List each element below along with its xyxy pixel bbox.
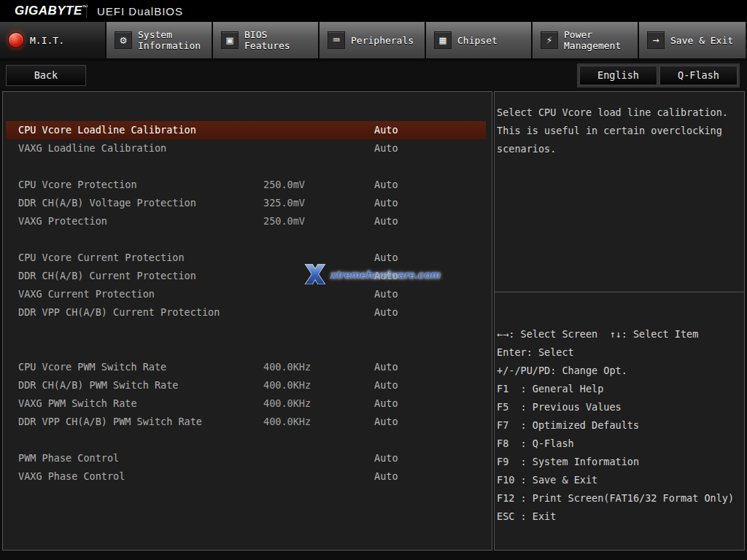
key-legend-line: F9 : System Information xyxy=(497,453,742,471)
setting-mid-value: 250.0mV xyxy=(263,212,305,230)
setting-row[interactable]: CPU Vcore PWM Switch Rate 400.0KHz Auto xyxy=(3,358,492,376)
setting-label: PWM Phase Control xyxy=(18,449,119,467)
power-icon: ⚡ xyxy=(541,31,558,49)
setting-row[interactable]: PWM Phase Control Auto xyxy=(3,449,492,467)
help-panel: Select CPU Vcore load line calibration.T… xyxy=(495,92,744,292)
setting-label: VAXG Current Protection xyxy=(18,285,155,303)
setting-label: CPU Vcore Protection xyxy=(18,176,137,194)
key-legend-line: ←→: Select Screen ↑↓: Select Item xyxy=(497,325,742,343)
gear-icon: ⚙ xyxy=(115,31,132,49)
setting-label: VAXG Protection xyxy=(18,212,107,230)
setting-row[interactable]: CPU Vcore Current Protection Auto xyxy=(3,249,492,267)
chipset-icon: ▦ xyxy=(434,31,452,49)
setting-label: DDR VPP CH(A/B) PWM Switch Rate xyxy=(18,413,202,431)
key-legend-line: F10 : Save & Exit xyxy=(497,471,742,489)
setting-value: Auto xyxy=(374,267,398,285)
setting-value: Auto xyxy=(374,376,398,394)
setting-label: CPU Vcore Current Protection xyxy=(18,249,185,267)
key-legend-line: F12 : Print Screen(FAT16/32 Format Only) xyxy=(497,489,742,508)
tab-system-information[interactable]: ⚙ System Information xyxy=(107,22,213,58)
setting-value: Auto xyxy=(374,212,398,230)
setting-label: CPU Vcore Loadline Calibration xyxy=(18,121,196,139)
key-legend-panel: ←→: Select Screen ↑↓: Select ItemEnter: … xyxy=(495,292,744,550)
save-exit-icon: → xyxy=(647,31,665,49)
setting-value: Auto xyxy=(374,467,398,486)
tab-peripherals[interactable]: ⌨ Peripherals xyxy=(320,22,426,58)
setting-label: DDR CH(A/B) PWM Switch Rate xyxy=(18,376,178,394)
setting-label: CPU Vcore PWM Switch Rate xyxy=(18,358,166,376)
setting-value: Auto xyxy=(374,249,398,267)
toolbar-right-group: English Q-Flash xyxy=(577,63,740,88)
tab-label: Save & Exit xyxy=(670,35,733,46)
back-button[interactable]: Back xyxy=(6,65,86,86)
setting-mid-value: 325.0mV xyxy=(263,194,305,212)
help-text-line: Select CPU Vcore load line calibration. xyxy=(497,104,742,122)
row-spacer xyxy=(3,340,492,358)
setting-label: VAXG Phase Control xyxy=(18,467,125,486)
gigabyte-logo: GIGABYTE™ xyxy=(0,4,86,18)
setting-row[interactable]: DDR VPP CH(A/B) Current Protection Auto xyxy=(3,303,492,322)
setting-label: VAXG PWM Switch Rate xyxy=(18,394,137,413)
setting-row[interactable]: VAXG Current Protection Auto xyxy=(3,285,492,303)
setting-value: Auto xyxy=(374,285,398,303)
setting-value: Auto xyxy=(374,303,398,322)
setting-label: DDR CH(A/B) Voltage Protection xyxy=(18,194,196,212)
firmware-title: UEFI DualBIOS xyxy=(97,5,183,18)
tab-label: BIOS Features xyxy=(244,29,314,51)
tab-mit[interactable]: M.I.T. xyxy=(0,22,107,58)
row-spacer xyxy=(3,230,492,249)
row-spacer xyxy=(3,158,492,176)
row-spacer xyxy=(3,322,492,340)
setting-value: Auto xyxy=(374,139,398,158)
tab-label: Power Management xyxy=(564,29,633,51)
settings-panel: CPU Vcore Loadline Calibration Auto VAXG… xyxy=(2,91,492,551)
setting-row[interactable]: DDR VPP CH(A/B) PWM Switch Rate 400.0KHz… xyxy=(3,413,492,431)
tab-chipset[interactable]: ▦ Chipset xyxy=(426,22,533,58)
key-legend-line: F1 : General Help xyxy=(497,380,742,398)
key-legend-line: Enter: Select xyxy=(497,343,742,362)
divider xyxy=(86,4,87,18)
help-text-line: This is useful in certain overclocking xyxy=(497,122,742,140)
setting-row[interactable]: VAXG PWM Switch Rate 400.0KHz Auto xyxy=(3,394,492,413)
tab-label: Peripherals xyxy=(351,35,414,46)
brand-text: GIGABYTE xyxy=(15,4,82,18)
help-text-line: scenarios. xyxy=(497,140,742,158)
setting-mid-value: 400.0KHz xyxy=(263,413,311,431)
setting-row[interactable]: DDR CH(A/B) PWM Switch Rate 400.0KHz Aut… xyxy=(3,376,492,394)
setting-row[interactable]: CPU Vcore Protection 250.0mV Auto xyxy=(3,176,492,194)
key-legend-line: +/-/PU/PD: Change Opt. xyxy=(497,362,742,380)
setting-row[interactable]: DDR CH(A/B) Voltage Protection 325.0mV A… xyxy=(3,194,492,212)
key-legend-line: F7 : Optimized Defaults xyxy=(497,416,742,435)
toolbar: Back English Q-Flash xyxy=(0,61,747,89)
setting-value: Auto xyxy=(374,176,398,194)
setting-value: Auto xyxy=(374,449,398,467)
tab-power-management[interactable]: ⚡ Power Management xyxy=(533,22,639,58)
mit-red-sphere-icon xyxy=(8,32,24,48)
key-legend-line: F5 : Previous Values xyxy=(497,398,742,416)
setting-row[interactable]: VAXG Phase Control Auto xyxy=(3,467,492,486)
setting-value: Auto xyxy=(374,413,398,431)
setting-value: Auto xyxy=(374,358,398,376)
bios-chip-icon: ▣ xyxy=(221,31,239,49)
setting-row[interactable]: DDR CH(A/B) Current Protection Auto xyxy=(3,267,492,285)
setting-label: DDR CH(A/B) Current Protection xyxy=(18,267,196,285)
qflash-button[interactable]: Q-Flash xyxy=(659,66,738,85)
tab-bar: M.I.T. ⚙ System Information ▣ BIOS Featu… xyxy=(0,22,747,61)
setting-value: Auto xyxy=(374,121,398,139)
tab-bios-features[interactable]: ▣ BIOS Features xyxy=(213,22,320,58)
tab-label: Chipset xyxy=(457,35,498,46)
setting-value: Auto xyxy=(374,194,398,212)
setting-mid-value: 250.0mV xyxy=(263,176,305,194)
key-legend-line: ESC : Exit xyxy=(497,508,742,526)
setting-row-selected[interactable]: CPU Vcore Loadline Calibration Auto xyxy=(3,121,492,139)
setting-mid-value: 400.0KHz xyxy=(263,358,311,376)
setting-label: DDR VPP CH(A/B) Current Protection xyxy=(18,303,220,322)
tab-save-exit[interactable]: → Save & Exit xyxy=(639,22,746,58)
setting-row[interactable]: VAXG Loadline Calibration Auto xyxy=(3,139,492,158)
row-spacer xyxy=(3,431,492,449)
setting-mid-value: 400.0KHz xyxy=(263,394,311,413)
language-button[interactable]: English xyxy=(579,66,657,85)
uefi-bios-screen: GIGABYTE™ UEFI DualBIOS M.I.T. ⚙ System … xyxy=(0,0,747,560)
tab-label: System Information xyxy=(138,29,207,51)
setting-row[interactable]: VAXG Protection 250.0mV Auto xyxy=(3,212,492,230)
